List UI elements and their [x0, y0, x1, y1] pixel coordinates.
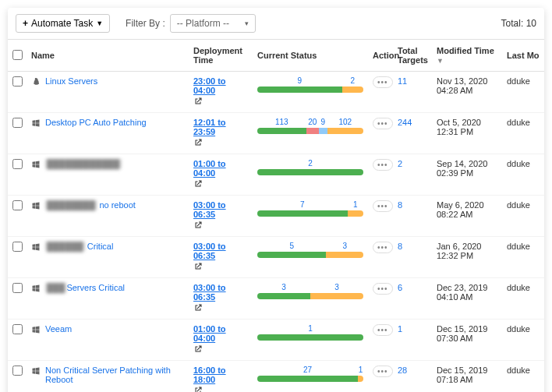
status-bar [257, 376, 363, 382]
external-link-icon [193, 386, 203, 392]
row-checkbox[interactable] [12, 200, 23, 210]
table-row: Linux Servers23:00 to 04:0092•••11Nov 13… [8, 72, 544, 113]
modified-time-value: Dec 15, 2019 07:18 AM [437, 366, 487, 384]
header-modified-time[interactable]: Modified Time ▼ [432, 40, 502, 72]
chevron-down-icon: ▾ [245, 19, 249, 27]
modified-time-value: Sep 14, 2020 02:39 PM [437, 159, 487, 178]
row-checkbox[interactable] [12, 242, 23, 252]
task-name-link[interactable]: Veeam [45, 324, 72, 334]
last-modified-by: dduke [507, 283, 530, 292]
external-link-icon [193, 138, 203, 147]
modified-time-value: Jan 6, 2020 12:32 PM [437, 242, 482, 260]
status-bar [257, 169, 363, 175]
status-labels: 1 [257, 324, 363, 333]
row-action-button[interactable]: ••• [373, 76, 393, 88]
table-row: ███Servers Critical03:00 to 06:3533•••6D… [8, 278, 544, 320]
table-row: ██████ Critical03:00 to 06:3553•••8Jan 6… [8, 237, 544, 278]
modified-time-value: May 6, 2020 08:22 AM [437, 200, 484, 219]
total-targets-value[interactable]: 6 [398, 283, 402, 292]
task-name-link[interactable]: Non Critical Server Patching with Reboot [45, 366, 184, 384]
table-row: Desktop PC Auto Patching12:01 to 23:5911… [8, 113, 544, 154]
total-targets-value[interactable]: 11 [398, 76, 407, 86]
deployment-time-link[interactable]: 03:00 to 06:35 [193, 200, 248, 219]
modified-time-value: Nov 13, 2020 04:28 AM [437, 76, 487, 95]
last-modified-by: dduke [507, 324, 530, 334]
deployment-time-link[interactable]: 16:00 to 18:00 [193, 366, 248, 384]
deployment-time-link[interactable]: 01:00 to 04:00 [193, 159, 248, 178]
automate-task-label: Automate Task [31, 18, 93, 29]
task-name-link[interactable]: ████████ no reboot [45, 200, 136, 210]
status-bar [257, 87, 363, 93]
row-checkbox[interactable] [12, 118, 23, 128]
status-labels: 92 [257, 76, 363, 85]
status-labels: 71 [257, 200, 363, 209]
header-current-status[interactable]: Current Status [253, 40, 368, 72]
external-link-icon [193, 97, 203, 106]
status-bar [257, 210, 363, 217]
status-labels: 271 [257, 366, 363, 374]
row-action-button[interactable]: ••• [373, 159, 393, 171]
task-name-link[interactable]: Linux Servers [45, 76, 97, 86]
table-row: ████████████01:00 to 04:002•••2Sep 14, 2… [8, 154, 544, 196]
modified-time-value: Dec 15, 2019 07:30 AM [437, 324, 487, 343]
row-checkbox[interactable] [12, 366, 23, 376]
table-row: Non Critical Server Patching with Reboot… [8, 361, 544, 393]
deployment-time-link[interactable]: 03:00 to 06:35 [193, 242, 248, 260]
last-modified-by: dduke [507, 366, 530, 375]
row-action-button[interactable]: ••• [373, 200, 393, 212]
status-labels: 113209102 [257, 118, 363, 126]
row-checkbox[interactable] [12, 324, 23, 334]
windows-icon [31, 366, 41, 376]
status-bar [257, 334, 363, 341]
header-name[interactable]: Name [27, 40, 189, 72]
deployment-time-link[interactable]: 23:00 to 04:00 [193, 76, 248, 95]
total-targets-value[interactable]: 244 [398, 118, 412, 127]
platform-select-value: -- Platform -- [177, 18, 229, 29]
row-action-button[interactable]: ••• [373, 283, 393, 295]
windows-icon [31, 284, 41, 293]
header-last-modified[interactable]: Last Mo [502, 40, 544, 72]
row-action-button[interactable]: ••• [373, 118, 393, 129]
task-name-link[interactable]: ███Servers Critical [45, 283, 125, 292]
total-targets-value[interactable]: 2 [398, 159, 402, 168]
total-targets-value[interactable]: 8 [398, 242, 402, 251]
status-labels: 2 [257, 159, 363, 168]
deployment-time-link[interactable]: 03:00 to 06:35 [193, 283, 248, 302]
task-name-link[interactable]: ██████ Critical [45, 242, 113, 251]
windows-icon [31, 325, 41, 334]
select-all-checkbox[interactable] [12, 50, 23, 60]
deployment-time-link[interactable]: 01:00 to 04:00 [193, 324, 248, 343]
external-link-icon [193, 179, 203, 189]
external-link-icon [193, 221, 203, 230]
task-name-link[interactable]: Desktop PC Auto Patching [45, 118, 147, 127]
row-action-button[interactable]: ••• [373, 242, 393, 253]
status-bar [257, 293, 363, 299]
toolbar: + Automate Task ▼ Filter By : -- Platfor… [8, 8, 544, 40]
row-checkbox[interactable] [12, 76, 23, 87]
row-checkbox[interactable] [12, 283, 23, 293]
row-action-button[interactable]: ••• [373, 324, 393, 336]
modified-time-value: Dec 23, 2019 04:10 AM [437, 283, 487, 302]
status-bar [257, 128, 363, 134]
external-link-icon [193, 303, 203, 313]
redacted-text: ████████████ [45, 159, 122, 168]
filter-by-label: Filter By : [126, 18, 165, 29]
row-checkbox[interactable] [12, 159, 23, 169]
header-total-targets[interactable]: Total Targets [393, 40, 432, 72]
status-labels: 33 [257, 283, 363, 291]
total-targets-value[interactable]: 28 [398, 366, 407, 375]
last-modified-by: dduke [507, 118, 530, 127]
automate-task-button[interactable]: + Automate Task ▼ [16, 14, 110, 33]
total-targets-value[interactable]: 8 [398, 200, 402, 210]
row-action-button[interactable]: ••• [373, 366, 393, 377]
header-deployment-time[interactable]: Deployment Time [189, 40, 253, 72]
task-name-link[interactable]: ████████████ [45, 159, 122, 168]
status-bar [257, 252, 363, 258]
plus-icon: + [23, 18, 28, 29]
caret-down-icon: ▼ [96, 19, 103, 27]
deployment-time-link[interactable]: 12:01 to 23:59 [193, 118, 248, 136]
redacted-text: ██████ [45, 242, 85, 251]
sort-down-icon: ▼ [437, 57, 444, 65]
total-targets-value[interactable]: 1 [398, 324, 402, 334]
platform-select[interactable]: -- Platform -- ▾ [170, 14, 256, 33]
